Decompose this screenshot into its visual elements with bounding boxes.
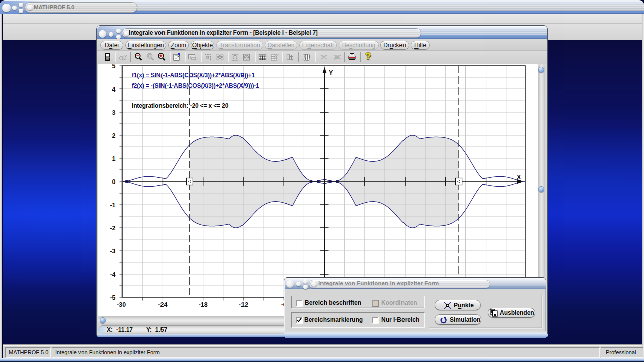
svg-text:Y: Y bbox=[329, 69, 333, 76]
svg-text:X: X bbox=[517, 174, 521, 181]
svg-text:2: 2 bbox=[112, 132, 116, 139]
svg-text:-3: -3 bbox=[110, 248, 115, 255]
svg-text:1: 1 bbox=[112, 155, 116, 162]
svg-text:f2(x) = -(SIN(-1-ABS(COS(X/3)): f2(x) = -(SIN(-1-ABS(COS(X/3))+2*ABS(X/9… bbox=[132, 82, 259, 89]
svg-text:-1: -1 bbox=[110, 202, 115, 209]
svg-text:0: 0 bbox=[112, 178, 116, 186]
svg-text:Integrationsbereich: -20 <= x: Integrationsbereich: -20 <= x <= 20 bbox=[132, 102, 229, 109]
svg-text:4: 4 bbox=[112, 86, 116, 93]
svg-text:-30: -30 bbox=[117, 301, 126, 308]
svg-text:-12: -12 bbox=[239, 301, 248, 308]
svg-text:-2: -2 bbox=[110, 225, 115, 232]
svg-text:-24: -24 bbox=[158, 301, 167, 308]
svg-text:-18: -18 bbox=[199, 301, 208, 308]
svg-text:3: 3 bbox=[112, 109, 116, 116]
svg-text:f1(x) = SIN(-1-ABS(COS(X/3))+2: f1(x) = SIN(-1-ABS(COS(X/3))+2*ABS(X/9))… bbox=[132, 72, 255, 79]
svg-text:5: 5 bbox=[112, 64, 116, 70]
svg-text:-4: -4 bbox=[110, 271, 115, 278]
svg-text:-5: -5 bbox=[110, 294, 115, 301]
